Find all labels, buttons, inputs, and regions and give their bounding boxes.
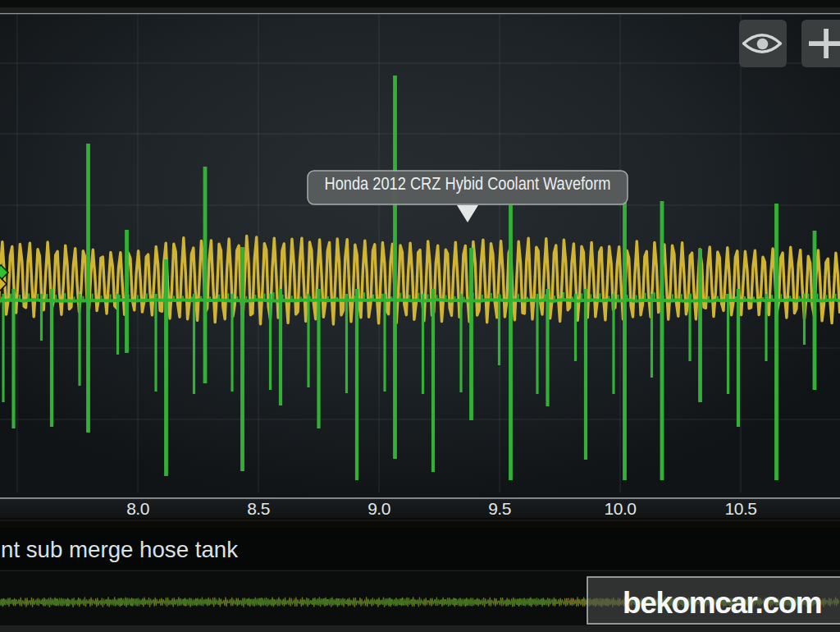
svg-text:8.5: 8.5 — [247, 499, 270, 518]
svg-text:8.0: 8.0 — [126, 499, 149, 518]
svg-text:bekomcar.com: bekomcar.com — [623, 586, 821, 620]
svg-text:10.5: 10.5 — [725, 499, 757, 518]
svg-text:10.0: 10.0 — [605, 499, 637, 518]
svg-text:9.0: 9.0 — [368, 499, 390, 518]
svg-text:9.5: 9.5 — [488, 499, 511, 518]
svg-text:Honda 2012 CRZ Hybid Coolant W: Honda 2012 CRZ Hybid Coolant Waveform — [325, 173, 611, 194]
svg-text:nt sub merge hose tank: nt sub merge hose tank — [1, 536, 239, 562]
